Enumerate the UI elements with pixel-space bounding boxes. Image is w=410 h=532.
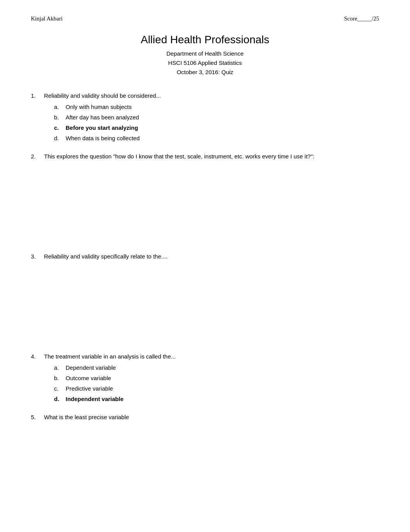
question-1-choices: a. Only with human subjects b. After day… (54, 104, 379, 141)
question-3-text: 3. Reliability and validity specifically… (31, 253, 379, 260)
question-4-choices: a. Dependent variable b. Outcome variabl… (54, 364, 379, 402)
choice-1a: a. Only with human subjects (54, 104, 379, 110)
course-line: HSCI 5106 Applied Statistics (31, 58, 379, 68)
choice-4d-text: Independent variable (66, 396, 124, 402)
choice-4d-letter: d. (54, 396, 62, 402)
choice-1b: b. After day has been analyzed (54, 114, 379, 121)
choice-4b-text: Outcome variable (66, 375, 111, 381)
choice-1c-text: Before you start analyzing (66, 124, 138, 131)
choice-1b-text: After day has been analyzed (66, 114, 139, 121)
choice-4b: b. Outcome variable (54, 375, 379, 381)
choice-1a-text: Only with human subjects (66, 104, 132, 110)
question-2-text: 2. This explores the question "how do I … (31, 153, 379, 160)
question-1-body: Reliability and validity should be consi… (44, 92, 161, 99)
title-block: Allied Health Professionals Department o… (31, 34, 379, 77)
question-5-text: 5. What is the least precise variable (31, 414, 379, 420)
choice-1b-letter: b. (54, 114, 62, 121)
choice-4c: c. Predictive variable (54, 385, 379, 392)
student-name: Kinjal Akbari (31, 15, 63, 22)
choice-1d: d. When data is being collected (54, 135, 379, 141)
question-3: 3. Reliability and validity specifically… (31, 253, 379, 342)
question-3-body: Reliability and validity specifically re… (44, 253, 168, 260)
choice-1c: c. Before you start analyzing (54, 124, 379, 131)
department-line: Department of Health Science (31, 49, 379, 58)
choice-1a-letter: a. (54, 104, 62, 110)
choice-4b-letter: b. (54, 375, 62, 381)
question-3-number: 3. (31, 253, 40, 260)
question-4: 4. The treatment variable in an analysis… (31, 353, 379, 402)
institution-title: Allied Health Professionals (31, 34, 379, 46)
choice-4d: d. Independent variable (54, 396, 379, 402)
question-1-text: 1. Reliability and validity should be co… (31, 92, 379, 99)
question-5: 5. What is the least precise variable (31, 414, 379, 420)
question-5-number: 5. (31, 414, 40, 420)
question-5-body: What is the least precise variable (44, 414, 129, 420)
choice-4c-text: Predictive variable (66, 385, 113, 392)
questions-container: 1. Reliability and validity should be co… (31, 92, 379, 420)
question-2-body: This explores the question "how do I kno… (44, 153, 314, 160)
question-4-body: The treatment variable in an analysis is… (44, 353, 176, 360)
choice-4a-letter: a. (54, 364, 62, 371)
question-4-text: 4. The treatment variable in an analysis… (31, 353, 379, 360)
choice-4a-text: Dependent variable (66, 364, 116, 371)
question-1-number: 1. (31, 92, 40, 99)
question-4-number: 4. (31, 353, 40, 360)
choice-4c-letter: c. (54, 385, 62, 392)
choice-1d-letter: d. (54, 135, 62, 141)
score-label: Score_____/25 (344, 15, 379, 22)
question-2: 2. This explores the question "how do I … (31, 153, 379, 241)
choice-4a: a. Dependent variable (54, 364, 379, 371)
date-line: October 3, 2016: Quiz (31, 68, 379, 77)
choice-1c-letter: c. (54, 124, 62, 131)
choice-1d-text: When data is being collected (66, 135, 140, 141)
question-2-answer-space (31, 164, 379, 241)
question-2-number: 2. (31, 153, 40, 160)
question-1: 1. Reliability and validity should be co… (31, 92, 379, 141)
question-3-answer-space (31, 264, 379, 342)
